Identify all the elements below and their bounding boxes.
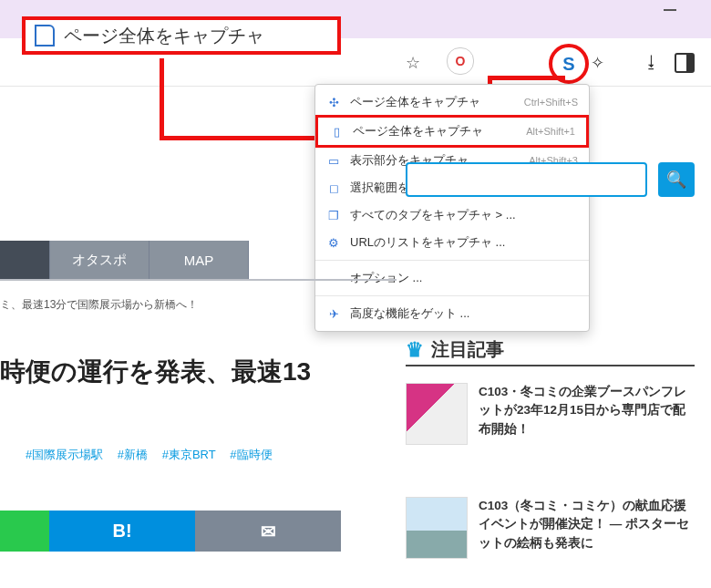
menu-item-capture-page[interactable]: ▯ ページ全体をキャプチャ Alt+Shift+1 (315, 115, 589, 148)
rocket-icon: ✈ (326, 306, 341, 321)
page-icon: ▯ (329, 124, 344, 139)
article-tags: #国際展示場駅 #新橋 #東京BRT #臨時便 (26, 447, 283, 463)
share-bar: B! ✉ (0, 511, 341, 552)
nav-tab-otaspo[interactable]: オタスポ (50, 241, 149, 279)
share-prev-button[interactable] (0, 511, 49, 552)
mail-icon: ✉ (261, 521, 276, 542)
extensions-puzzle-icon[interactable]: ✧ (591, 53, 604, 73)
menu-item-label: すべてのタブをキャプチャ > ... (350, 207, 578, 223)
sidepanel-icon[interactable] (675, 53, 695, 73)
featured-item[interactable]: C103・冬コミの企業ブースパンフレットが23年12月15日から専門店で配布開始… (406, 383, 695, 445)
download-icon[interactable]: ⭳ (644, 53, 660, 72)
gear-icon: ⚙ (326, 235, 341, 250)
nav-underline (0, 279, 397, 281)
menu-item-label: URLのリストをキャプチャ ... (350, 234, 578, 251)
featured-title: C103（冬コミ・コミケ）の献血応援イベントが開催決定！ ― ポスターセットの絵… (479, 497, 695, 559)
viewport-icon: ▭ (326, 153, 341, 168)
featured-item[interactable]: C103（冬コミ・コミケ）の献血応援イベントが開催決定！ ― ポスターセットの絵… (406, 497, 695, 559)
menu-separator (315, 295, 589, 296)
annotation-arrow (488, 76, 565, 80)
featured-title: C103・冬コミの企業ブースパンフレットが23年12月15日から専門店で配布開始… (479, 383, 695, 445)
nav-tab-prev[interactable] (0, 241, 50, 279)
featured-thumb (406, 383, 468, 445)
menu-item-label: ページ全体をキャプチャ (353, 123, 517, 139)
featured-thumb (406, 497, 468, 559)
search-icon: 🔍 (666, 170, 686, 190)
bookmark-star-icon[interactable]: ☆ (406, 53, 420, 73)
share-hatebu-button[interactable]: B! (49, 511, 195, 552)
callout-label: ページ全体をキャプチャ (64, 24, 264, 48)
menu-item-shortcut: Ctrl+Shift+S (524, 97, 578, 108)
search-input[interactable] (406, 162, 647, 197)
tabs-icon: ❐ (326, 208, 341, 222)
breadcrumb: ミ、最速13分で国際展示場から新橋へ！ (0, 297, 198, 313)
tag-link[interactable]: #東京BRT (162, 448, 216, 461)
annotation-callout: ページ全体をキャプチャ (22, 16, 341, 55)
menu-item-capture-page-full[interactable]: ✣ ページ全体をキャプチャ Ctrl+Shift+S (315, 88, 589, 116)
minimize-icon[interactable] (664, 9, 676, 11)
tag-link[interactable]: #臨時便 (230, 448, 272, 461)
page-icon (35, 25, 55, 46)
menu-item-options[interactable]: オプション ... (315, 264, 589, 292)
share-mail-button[interactable]: ✉ (195, 511, 341, 552)
menu-item-label: ページ全体をキャプチャ (350, 94, 515, 110)
tag-link[interactable]: #国際展示場駅 (26, 448, 103, 461)
article-title: 時便の運行を発表、最速13 (0, 356, 311, 388)
crosshair-icon: ✣ (326, 95, 341, 109)
crown-icon: ♛ (406, 338, 424, 362)
menu-item-label: 高度な機能をゲット ... (350, 305, 578, 322)
featured-heading-text: 注目記事 (431, 337, 504, 362)
opera-icon[interactable]: O (447, 47, 474, 75)
menu-item-pro[interactable]: ✈ 高度な機能をゲット ... (315, 300, 589, 327)
menu-item-capture-url-list[interactable]: ⚙ URLのリストをキャプチャ ... (315, 229, 589, 256)
nav-tab-map[interactable]: MAP (149, 241, 249, 279)
screenshot-menu: ✣ ページ全体をキャプチャ Ctrl+Shift+S ▯ ページ全体をキャプチャ… (314, 84, 590, 332)
featured-heading: ♛ 注目記事 (406, 337, 504, 362)
menu-separator (315, 260, 589, 261)
search-button[interactable]: 🔍 (658, 162, 695, 197)
tag-link[interactable]: #新橋 (118, 448, 148, 461)
menu-item-shortcut: Alt+Shift+1 (526, 126, 575, 137)
category-nav: オタスポ MAP (0, 241, 249, 279)
menu-item-capture-all-tabs[interactable]: ❐ すべてのタブをキャプチャ > ... (315, 201, 589, 229)
selection-icon: ◻ (326, 181, 341, 195)
menu-item-label: オプション ... (350, 270, 578, 286)
featured-underline (406, 365, 695, 366)
